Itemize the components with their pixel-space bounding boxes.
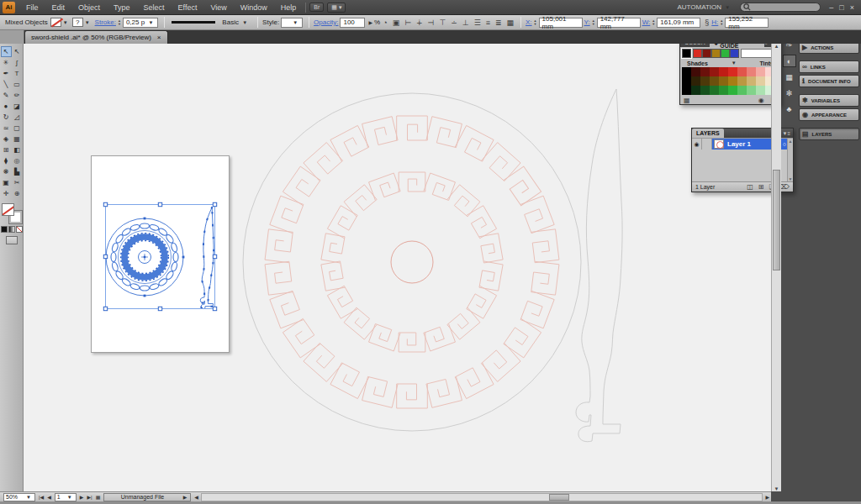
variation-swatch-olive-row-2[interactable] [700,76,710,86]
vertical-scrollbar[interactable]: ▲ ▼ [771,44,781,491]
opacity-field[interactable]: 100 [340,18,365,28]
vertical-scroll-thumb[interactable] [773,170,780,270]
menu-type[interactable]: Type [108,2,136,13]
gradient-button[interactable] [8,226,15,233]
workspace-switcher[interactable]: AUTOMATION ▼ [678,3,732,11]
stroke-panel-link[interactable]: Stroke: [95,18,116,26]
x-link[interactable]: X: [526,18,532,26]
variation-swatch-olive-row-1[interactable] [691,76,700,86]
none-button[interactable] [16,226,23,233]
menu-view[interactable]: View [204,2,232,13]
tab-layers[interactable]: LAYERS [692,129,724,138]
new-sublayer-icon[interactable]: ⊞ [758,183,764,191]
eraser-tool[interactable]: ◪ [12,101,23,112]
distribute-bottom-icon[interactable]: ≣ [495,18,502,27]
rectangle-tool[interactable]: ▭ [12,79,23,90]
variation-swatch-green-row-6[interactable] [737,86,747,95]
magic-wand-tool[interactable]: ✳ [1,57,12,68]
menu-object[interactable]: Object [72,2,106,13]
variation-swatch-green-row-2[interactable] [700,86,710,95]
swatches-panel-icon[interactable]: ▦ [783,71,796,83]
variation-swatch-red-row-2[interactable] [700,67,710,76]
pen-tool[interactable]: ✒ [1,68,12,79]
artboard[interactable] [91,155,230,353]
close-button[interactable]: × [850,3,854,12]
next-artboard-button[interactable]: ▶ [80,494,84,500]
x-stepper[interactable]: ▲▼ [534,19,537,26]
h-field[interactable]: 155,252 mm [725,18,769,28]
w-stepper[interactable]: ▲▼ [652,19,655,26]
lasso-tool[interactable]: ʃ [12,57,23,68]
align-right-icon[interactable]: ⊣ [428,18,435,27]
direct-selection-tool[interactable]: ↖ [12,46,23,57]
variation-swatch-red-row-3[interactable] [710,67,719,76]
gradient-tool[interactable]: ◧ [12,144,23,155]
blob-brush-tool[interactable]: ● [1,101,12,112]
free-transform-tool[interactable]: ▢ [12,123,23,134]
bridge-icon[interactable]: Br [309,3,324,12]
distribute-center-icon[interactable]: ≡ [486,18,490,27]
variation-swatch-green-row-7[interactable] [747,86,756,95]
dock-button-document-info[interactable]: ℹDOCUMENT INFO [799,75,859,87]
opacity-link[interactable]: Opacity: [314,18,338,26]
symbols-panel-icon[interactable]: ✻ [783,87,796,99]
dock-button-layers[interactable]: ▤LAYERS [799,128,859,140]
panel-menu-icon[interactable]: ▼≡ [783,131,790,136]
h-stepper[interactable]: ▲▼ [720,19,723,26]
vscroll-down-arrow[interactable]: ▼ [774,486,779,491]
fill-color-swatch[interactable] [50,18,61,27]
menu-help[interactable]: Help [275,2,303,13]
mesh-tool[interactable]: ⊞ [1,144,12,155]
horizontal-scroll-thumb[interactable] [549,494,569,501]
color-button[interactable] [1,226,8,233]
line-segment-tool[interactable]: ╲ [1,79,12,90]
distribute-top-icon[interactable]: ☰ [474,18,481,27]
artboard-tool[interactable]: ▣ [1,177,12,188]
harmony-swatch-olive[interactable] [711,49,721,58]
variation-swatch-red-row-5[interactable] [728,67,737,76]
variation-swatch-olive-row-4[interactable] [719,76,728,86]
hscroll-left-arrow[interactable]: ◀ [194,494,198,500]
status-info-dropdown[interactable]: Unmanaged File▶ [103,493,191,501]
variation-swatch-red-row-4[interactable] [719,67,728,76]
column-graph-tool[interactable]: ▙ [12,166,23,177]
y-link[interactable]: Y: [584,18,590,26]
variation-swatch-green-row-5[interactable] [728,86,737,95]
menu-select[interactable]: Select [138,2,171,13]
x-field[interactable]: 105,001 mm [539,18,583,28]
gradient-panel-icon[interactable]: ◐ [783,55,796,67]
restore-button[interactable]: □ [839,3,843,12]
style-dropdown[interactable]: ▼ [281,18,303,28]
canvas-area[interactable] [24,44,771,491]
harmony-swatch-black[interactable] [682,49,691,58]
variation-swatch-red-row-1[interactable] [691,67,700,76]
variation-swatch-olive-row-5[interactable] [728,76,737,86]
align-bottom-icon[interactable]: ⊥ [462,18,469,27]
pencil-tool[interactable]: ✏ [12,90,23,101]
zoom-tool[interactable]: ⊕ [12,188,23,199]
harmony-swatch-green[interactable] [721,49,730,58]
eyedropper-tool[interactable]: ⧫ [1,155,12,166]
paintbrush-tool[interactable]: ✎ [1,90,12,101]
previous-artboard-button[interactable]: ◀ [47,494,51,500]
horizontal-scrollbar[interactable] [201,493,763,501]
last-artboard-button[interactable]: ▶| [87,494,92,500]
variation-swatch-olive-row-8[interactable] [756,76,765,86]
zoom-level-dropdown[interactable]: 50%▼ [3,493,35,501]
brush-definition-dropdown[interactable]: Basic ▼ [219,18,251,28]
width-tool[interactable]: ≃ [1,123,12,134]
harmony-swatch-dark-red[interactable] [702,49,711,58]
artboard-number-dropdown[interactable]: 1▼ [55,493,77,501]
dock-button-variables[interactable]: ✱VARIABLES [799,94,859,107]
variation-swatch-red-row-0[interactable] [682,67,691,76]
document-tab[interactable]: sword-shield .ai* @ 50% (RGB/Preview) × [24,30,168,44]
type-tool[interactable]: T [12,68,23,79]
variation-swatch-olive-row-0[interactable] [682,76,691,86]
align-horizontal-center-icon[interactable]: ∔ [416,18,423,27]
menu-file[interactable]: File [20,2,45,13]
limit-color-group-icon[interactable]: ▦ [684,97,690,104]
perspective-grid-tool[interactable]: ▦ [12,134,23,144]
align-top-icon[interactable]: ⊤ [439,18,446,27]
align-vertical-center-icon[interactable]: ∸ [451,18,457,27]
constrain-proportions-icon[interactable]: § [705,18,709,27]
